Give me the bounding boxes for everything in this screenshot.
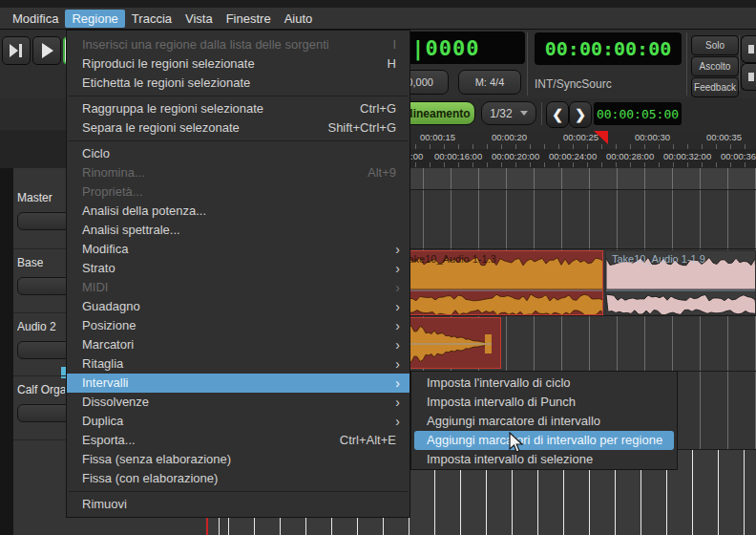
- ardour-editor-window: ModificaRegioneTracciaVistaFinestreAiuto…: [0, 0, 756, 535]
- ruler-tick-label: 00:00:20:00: [492, 151, 539, 161]
- menu-item-label: Ciclo: [82, 146, 110, 160]
- menu-item-imposta-l-intervallo-di-ciclo[interactable]: Imposta l'intervallo di ciclo: [411, 374, 677, 393]
- edge-button-partial-bottom[interactable]: [741, 63, 756, 91]
- meter-button[interactable]: M: 4/4: [458, 70, 521, 95]
- ruler-tick-label: 00:00:16:00: [434, 151, 482, 161]
- ruler-tick-label: 00:00:25: [563, 132, 598, 142]
- menubar-item-regione[interactable]: Regione: [65, 10, 124, 28]
- menu-item-label: Intervalli: [82, 375, 128, 390]
- waveform-mono: [397, 318, 501, 369]
- track-header-name-calf-organ[interactable]: Calf Organ: [17, 383, 65, 396]
- menu-item-label: Modifica: [82, 242, 128, 256]
- menu-item-shortcut: Ctrl+Alt+E: [340, 431, 396, 450]
- solo-button[interactable]: Solo: [691, 35, 739, 55]
- nudge-clock[interactable]: 00:00:05:00: [594, 102, 682, 125]
- region-name-label: Take10_Audio 1-1.9: [612, 253, 705, 265]
- menu-item-guadagno[interactable]: Guadagno›: [67, 297, 410, 316]
- submenu-arrow-icon: ›: [395, 354, 400, 374]
- menubar-item-traccia[interactable]: Traccia: [125, 10, 178, 28]
- menu-item-fissa-con-elaborazione[interactable]: Fissa (con elaborazione): [67, 469, 410, 488]
- menu-separator: [67, 93, 410, 99]
- track-header-name-base[interactable]: Base: [17, 256, 43, 269]
- toolbar-divider: [527, 32, 528, 96]
- feedback-button[interactable]: Feedback: [691, 77, 739, 97]
- menu-item-posizione[interactable]: Posizione›: [67, 316, 410, 335]
- menu-separator: [67, 488, 410, 495]
- menu-item-aggiungi-marcatori-di-intervallo-per-regione[interactable]: Aggiungi marcatori di intervallo per reg…: [414, 431, 674, 450]
- menubar-item-finestre[interactable]: Finestre: [220, 10, 278, 28]
- menu-item-label: Dissolvenze: [82, 395, 149, 409]
- edge-button-partial-top[interactable]: [741, 35, 756, 63]
- menu-item-label: Proprietà...: [82, 184, 143, 199]
- menu-item-marcatori[interactable]: Marcatori›: [67, 335, 410, 354]
- submenu-arrow-icon: ›: [395, 374, 400, 393]
- menu-item-raggruppa-le-regioni-selezionate[interactable]: Raggruppa le regioni selezionateCtrl+G: [67, 99, 410, 118]
- audio-region-unselected[interactable]: Take10_Audio 1-1.9: [605, 250, 756, 315]
- menu-item-separa-le-regioni-selezonate[interactable]: Separa le regioni selezonateShift+Ctrl+G: [67, 118, 410, 138]
- header-scroll-strip[interactable]: [0, 168, 13, 535]
- menu-item-intervalli[interactable]: Intervalli›: [67, 374, 410, 393]
- menu-item-modifica[interactable]: Modifica›: [67, 240, 410, 259]
- menu-item-analisi-della-potenza[interactable]: Analisi della potenza...: [67, 202, 410, 221]
- menu-item-fissa-senza-elaborazione[interactable]: Fissa (senza elaborazione): [67, 450, 410, 469]
- sync-source-label[interactable]: INT/SyncSourc: [535, 77, 612, 91]
- menu-item-esporta[interactable]: Esporta...Ctrl+Alt+E: [67, 431, 410, 450]
- menu-item-label: Analisi spettrale...: [82, 223, 180, 237]
- play-button[interactable]: [32, 36, 61, 65]
- menu-item-duplica[interactable]: Duplica›: [67, 412, 410, 431]
- menu-item-aggiungi-marcatore-di-intervallo[interactable]: Aggiungi marcatore di intervallo: [411, 412, 677, 431]
- menu-item-rinomina: Rinomina...Alt+9: [67, 163, 410, 182]
- menubar-item-aiuto[interactable]: Aiuto: [278, 10, 320, 28]
- audio-region-selected[interactable]: Take10_Audio 1-1.3: [396, 250, 603, 315]
- menu-item-label: Fissa (con elaborazione): [82, 471, 218, 485]
- ruler-tick-label: 00:00:15: [420, 132, 455, 142]
- submenu-arrow-icon: ›: [395, 297, 400, 316]
- menu-item-riproduci-le-regioni-selezionate[interactable]: Riproduci le regioni selezionateH: [67, 54, 410, 74]
- menu-item-analisi-spettrale[interactable]: Analisi spettrale...: [67, 221, 410, 240]
- region-menu-panel: Inserisci una regione dalla lista delle …: [66, 30, 410, 518]
- menu-item-imposta-intervallo-di-punch[interactable]: Imposta intervallo di Punch: [411, 393, 677, 412]
- ruler-tick-label: 00:00:30: [635, 132, 670, 142]
- secondary-clock-timecode[interactable]: 00:00:00:00: [535, 32, 682, 65]
- ruler-tick-label: 00:00:36:00: [721, 151, 756, 161]
- grid-size-dropdown[interactable]: 1/32: [481, 101, 536, 125]
- menu-item-label: Duplica: [82, 414, 123, 428]
- goto-end-icon: [3, 37, 30, 64]
- menubar: ModificaRegioneTracciaVistaFinestreAiuto: [0, 8, 756, 30]
- menu-item-label: Etichetta le regioni selezionate: [82, 75, 250, 90]
- menu-item-etichetta-le-regioni-selezionate[interactable]: Etichetta le regioni selezionate: [67, 74, 410, 93]
- menu-item-propriet: Proprietà...: [67, 182, 410, 202]
- track-header-name-master[interactable]: Master: [17, 191, 52, 204]
- menu-item-ciclo[interactable]: Ciclo: [67, 144, 410, 163]
- menu-item-label: Aggiungi marcatore di intervallo: [427, 414, 600, 428]
- menu-item-midi: MIDI›: [67, 278, 410, 297]
- menu-item-label: Strato: [82, 261, 116, 275]
- menu-item-label: Posizione: [82, 318, 136, 332]
- menu-item-dissolvenze[interactable]: Dissolvenze›: [67, 393, 410, 412]
- menu-item-inserisci-una-regione-dalla-lista-delle-sorgenti: Inserisci una regione dalla lista delle …: [67, 35, 410, 54]
- menu-separator: [67, 138, 410, 144]
- ascolto-button[interactable]: Ascolto: [691, 56, 739, 76]
- nudge-back-button[interactable]: ❮: [546, 101, 569, 128]
- menu-item-shortcut: Alt+9: [368, 163, 396, 182]
- menu-item-label: Guadagno: [82, 299, 140, 313]
- menu-item-label: Fissa (senza elaborazione): [82, 452, 231, 466]
- menu-item-label: Esporta...: [82, 433, 136, 447]
- audio-region-fadeout[interactable]: [396, 317, 501, 369]
- submenu-arrow-icon: ›: [395, 393, 400, 412]
- toolbar-divider: [686, 32, 687, 96]
- menubar-item-vista[interactable]: Vista: [178, 10, 220, 28]
- menu-item-rimuovi[interactable]: Rimuovi: [67, 495, 410, 514]
- ruler-tick-label: 00:00:24:00: [549, 151, 597, 161]
- goto-end-button[interactable]: [2, 36, 31, 65]
- ruler-tick-label: :00: [410, 151, 423, 161]
- menubar-item-modifica[interactable]: Modifica: [6, 10, 65, 28]
- menu-item-ritaglia[interactable]: Ritaglia›: [67, 354, 410, 374]
- menu-item-imposta-intervallo-di-selezione[interactable]: Imposta intervallo di selezione: [411, 450, 677, 469]
- submenu-arrow-icon: ›: [395, 278, 400, 297]
- track-header-name-audio-2[interactable]: Audio 2: [17, 320, 56, 333]
- menu-item-shortcut: Shift+Ctrl+G: [327, 118, 396, 138]
- menu-item-strato[interactable]: Strato›: [67, 259, 410, 278]
- nudge-forward-button[interactable]: ❯: [569, 101, 592, 128]
- menu-item-shortcut: Ctrl+G: [360, 99, 396, 118]
